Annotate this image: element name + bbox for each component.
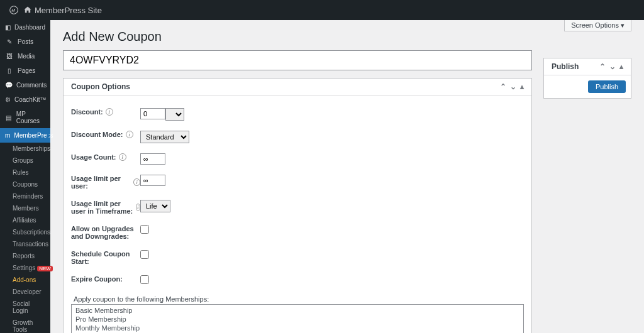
memberships-select[interactable]: Basic Membership Pro Membership Monthly …	[71, 304, 524, 333]
info-icon[interactable]: i	[136, 204, 140, 211]
toggle-icon[interactable]: ▴	[619, 62, 623, 71]
coupon-options-box: Coupon Options ⌃ ⌄ ▴ Discount:i %	[63, 78, 532, 333]
screen-options-tab[interactable]: Screen Options ▾	[564, 20, 631, 31]
discount-input[interactable]	[140, 108, 165, 119]
sidebar-sub-developer[interactable]: Developer	[0, 286, 50, 298]
sidebar-sub-sociallogin[interactable]: Social Login	[0, 298, 50, 317]
courses-icon: ▤	[5, 114, 13, 121]
sidebar-item-comments[interactable]: 💬Comments	[0, 78, 50, 92]
memberpress-icon: m	[5, 132, 10, 139]
sidebar-sub-subscriptions[interactable]: Subscriptions	[0, 226, 50, 238]
sidebar-sub-members[interactable]: Members	[0, 202, 50, 214]
sidebar-item-media[interactable]: 🖼Media	[0, 49, 50, 63]
coupon-code-input[interactable]	[63, 50, 532, 70]
sidebar-sub-rules[interactable]: Rules	[0, 166, 50, 178]
sidebar-sub-growthtools[interactable]: Growth Tools	[0, 317, 50, 333]
usage-limit-input[interactable]	[140, 175, 165, 186]
chevron-down-icon[interactable]: ⌄	[510, 82, 516, 91]
publish-box: Publish ⌃ ⌄ ▴ Publish	[543, 58, 631, 99]
main-content: Screen Options ▾ Add New Coupon Coupon O…	[50, 20, 644, 333]
membership-option[interactable]: Monthly Membership	[73, 324, 522, 332]
expire-checkbox[interactable]	[140, 275, 149, 284]
timeframe-select[interactable]: Lifetime	[140, 200, 170, 212]
sidebar-item-dashboard[interactable]: ◧Dashboard	[0, 20, 50, 35]
schedule-start-checkbox[interactable]	[140, 250, 149, 259]
discount-unit-select[interactable]: %	[165, 108, 184, 121]
sidebar-sub-transactions[interactable]: Transactions	[0, 238, 50, 250]
membership-option[interactable]: Pro Membership	[73, 315, 522, 324]
sidebar-item-mpcourses[interactable]: ▤MP Courses	[0, 107, 50, 128]
admin-topbar: MemberPress Site	[0, 0, 644, 20]
sidebar-item-pages[interactable]: ▯Pages	[0, 63, 50, 78]
pin-icon: ✎	[5, 38, 14, 45]
sidebar-item-posts[interactable]: ✎Posts	[0, 35, 50, 49]
sidebar-sub-addons[interactable]: Add-ons	[0, 274, 50, 286]
sidebar-sub-settings[interactable]: SettingsNEW	[0, 262, 50, 274]
info-icon[interactable]: i	[133, 178, 140, 186]
sidebar-sub-reminders[interactable]: Reminders	[0, 190, 50, 202]
publish-button[interactable]: Publish	[588, 80, 626, 93]
chevron-up-icon[interactable]: ⌃	[599, 62, 606, 71]
coupon-options-title: Coupon Options	[71, 82, 130, 91]
wordpress-icon[interactable]	[9, 6, 18, 14]
sidebar-item-memberpress[interactable]: mMemberPress	[0, 128, 50, 143]
page-title: Add New Coupon	[63, 20, 631, 50]
sidebar-sub-reports[interactable]: Reports	[0, 250, 50, 262]
info-icon[interactable]: i	[106, 108, 113, 116]
chevron-down-icon[interactable]: ⌄	[609, 62, 616, 71]
usage-count-input[interactable]	[140, 153, 165, 165]
home-icon[interactable]	[23, 6, 32, 14]
sidebar-sub-groups[interactable]: Groups	[0, 155, 50, 166]
sidebar-sub-affiliates[interactable]: Affiliates	[0, 214, 50, 226]
info-icon[interactable]: i	[126, 131, 133, 138]
admin-sidebar: ◧Dashboard ✎Posts 🖼Media ▯Pages 💬Comment…	[0, 20, 50, 333]
toggle-icon[interactable]: ▴	[520, 82, 524, 91]
page-icon: ▯	[5, 67, 14, 74]
site-name[interactable]: MemberPress Site	[35, 6, 102, 15]
publish-title: Publish	[552, 62, 579, 71]
coach-icon: ⚙	[5, 96, 11, 103]
discount-mode-select[interactable]: Standard	[140, 131, 189, 143]
memberships-label: Apply coupon to the following Membership…	[71, 295, 524, 304]
info-icon[interactable]: i	[119, 153, 126, 161]
membership-option[interactable]: Basic Membership	[73, 306, 522, 315]
comment-icon: 💬	[5, 82, 13, 89]
chevron-up-icon[interactable]: ⌃	[500, 82, 506, 91]
allow-upgrades-checkbox[interactable]	[140, 225, 149, 234]
sidebar-sub-coupons[interactable]: Coupons	[0, 178, 50, 190]
dashboard-icon: ◧	[5, 24, 11, 31]
sidebar-sub-memberships[interactable]: Memberships	[0, 143, 50, 155]
sidebar-item-coachkit[interactable]: ⚙CoachKit™	[0, 92, 50, 107]
media-icon: 🖼	[5, 53, 14, 60]
